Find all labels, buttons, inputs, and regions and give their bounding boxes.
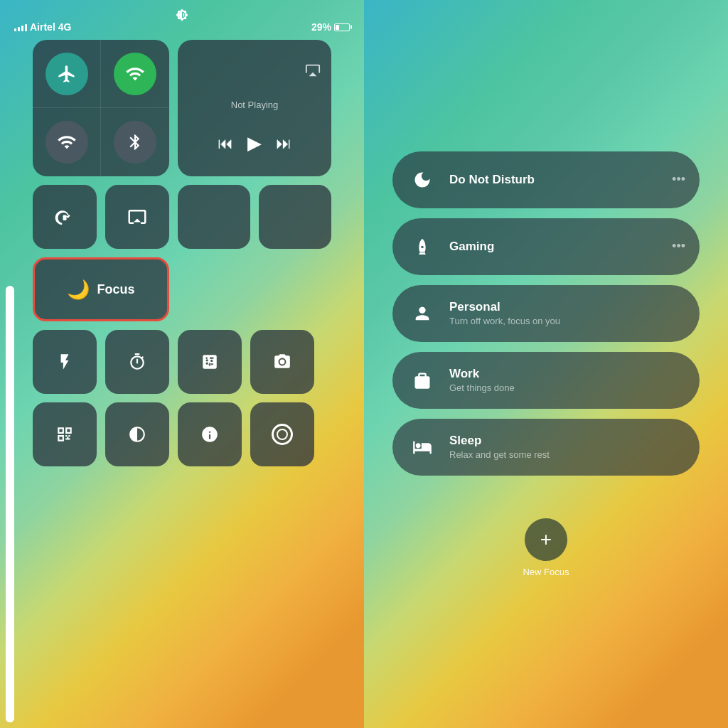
wifi-circle	[46, 121, 88, 164]
signal-bar-2	[18, 27, 20, 31]
left-panel: Airtel 4G 29%	[0, 0, 364, 728]
qr-scanner-button[interactable]	[33, 402, 97, 466]
gaming-text: Gaming	[449, 240, 660, 254]
person-icon	[412, 304, 432, 323]
personal-text: Personal Turn off work, focus on you	[449, 300, 685, 326]
do-not-disturb-text: Do Not Disturb	[449, 173, 660, 187]
media-controls: ⏮ ▶ ⏭	[218, 132, 291, 154]
svg-point-1	[280, 360, 285, 365]
record-inner	[277, 429, 288, 440]
qr-icon	[55, 425, 74, 444]
work-subtitle: Get things done	[449, 382, 685, 393]
moon-icon	[412, 170, 432, 190]
battery-percent: 29%	[311, 21, 331, 33]
flashlight-button[interactable]	[33, 330, 97, 394]
signal-bar-3	[21, 26, 23, 31]
bluetooth-icon	[126, 133, 144, 151]
airplane-mode-button[interactable]	[33, 40, 101, 108]
timer-icon	[128, 353, 146, 371]
contrast-icon	[128, 425, 146, 444]
camera-button[interactable]	[250, 330, 314, 394]
personal-icon	[407, 298, 438, 329]
bottom-row-1	[33, 330, 331, 394]
focus-menu: Do Not Disturb ••• Gaming •••	[392, 151, 700, 476]
control-center: Not Playing ⏮ ▶ ⏭	[26, 40, 338, 475]
sleep-title: Sleep	[449, 434, 685, 448]
do-not-disturb-more[interactable]: •••	[672, 172, 685, 187]
new-focus-plus-icon: +	[540, 528, 552, 551]
rewind-button[interactable]: ⏮	[218, 134, 233, 153]
wifi-icon	[57, 132, 77, 152]
signal-bars	[14, 23, 27, 31]
briefcase-icon	[412, 370, 432, 390]
work-icon	[407, 365, 438, 396]
wifi-hotspot-button[interactable]	[101, 40, 169, 108]
bed-icon	[412, 437, 432, 457]
work-title: Work	[449, 367, 685, 381]
focus-item-sleep[interactable]: Sleep Relax and get some rest	[392, 419, 700, 476]
calculator-icon	[200, 353, 219, 371]
airplay-icon[interactable]	[305, 62, 321, 77]
do-not-disturb-title: Do Not Disturb	[449, 173, 660, 187]
shazam-button[interactable]	[178, 402, 242, 466]
focus-button[interactable]: 🌙 Focus	[33, 257, 169, 321]
focus-item-personal[interactable]: Personal Turn off work, focus on you	[392, 285, 700, 342]
not-playing-text: Not Playing	[231, 100, 278, 110]
gaming-icon	[407, 231, 438, 262]
screen-mirror-icon	[127, 206, 148, 228]
focus-item-gaming[interactable]: Gaming •••	[392, 218, 700, 275]
flashlight-icon	[55, 353, 74, 371]
top-row: Not Playing ⏮ ▶ ⏭	[33, 40, 331, 176]
gaming-title: Gaming	[449, 240, 660, 254]
new-focus-label: New Focus	[523, 567, 569, 577]
battery-fill	[336, 25, 339, 30]
record-outer	[272, 424, 293, 445]
wifi-hotspot-circle	[114, 53, 156, 95]
focus-item-work[interactable]: Work Get things done	[392, 352, 700, 409]
carrier-text: Airtel 4G	[30, 21, 71, 33]
bottom-row-2	[33, 402, 331, 466]
rocket-icon	[412, 237, 432, 257]
timer-button[interactable]	[105, 330, 169, 394]
signal-bar-1	[14, 28, 16, 31]
gaming-more[interactable]: •••	[672, 239, 685, 254]
focus-label: Focus	[97, 282, 134, 297]
fast-forward-button[interactable]: ⏭	[276, 134, 291, 153]
work-text: Work Get things done	[449, 367, 685, 393]
right-panel: Do Not Disturb ••• Gaming •••	[364, 0, 728, 728]
focus-item-do-not-disturb[interactable]: Do Not Disturb •••	[392, 151, 700, 208]
rotation-lock-icon	[54, 206, 75, 228]
focus-moon-icon: 🌙	[67, 279, 90, 301]
bluetooth-circle	[114, 121, 156, 164]
contrast-button[interactable]	[105, 402, 169, 466]
personal-subtitle: Turn off work, focus on you	[449, 316, 685, 326]
screen-mirror-button[interactable]	[105, 185, 169, 249]
shazam-icon	[200, 425, 219, 444]
battery-area: 29%	[311, 21, 350, 33]
airplane-icon	[57, 64, 77, 84]
focus-row: 🌙 Focus	[33, 257, 331, 321]
play-button[interactable]: ▶	[247, 132, 262, 154]
sleep-subtitle: Relax and get some rest	[449, 449, 685, 460]
record-button[interactable]	[250, 402, 314, 466]
brightness-slider[interactable]	[178, 185, 250, 249]
signal-bar-4	[25, 24, 27, 31]
signal-area: Airtel 4G	[14, 21, 71, 33]
second-row	[33, 185, 331, 249]
media-player: Not Playing ⏮ ▶ ⏭	[178, 40, 331, 176]
battery-icon	[334, 23, 350, 31]
new-focus-button[interactable]: + New Focus	[523, 518, 569, 577]
hotspot-icon	[125, 64, 145, 84]
wifi-button[interactable]	[33, 108, 101, 176]
camera-icon	[273, 353, 291, 371]
rotation-lock-button[interactable]	[33, 185, 97, 249]
svg-rect-0	[63, 215, 67, 221]
bluetooth-button[interactable]	[101, 108, 169, 176]
do-not-disturb-icon	[407, 164, 438, 196]
calculator-button[interactable]	[178, 330, 242, 394]
airplane-mode-circle	[46, 53, 88, 95]
sleep-text: Sleep Relax and get some rest	[449, 434, 685, 460]
personal-title: Personal	[449, 300, 685, 314]
new-focus-circle: +	[525, 518, 567, 561]
volume-slider[interactable]	[259, 185, 331, 249]
